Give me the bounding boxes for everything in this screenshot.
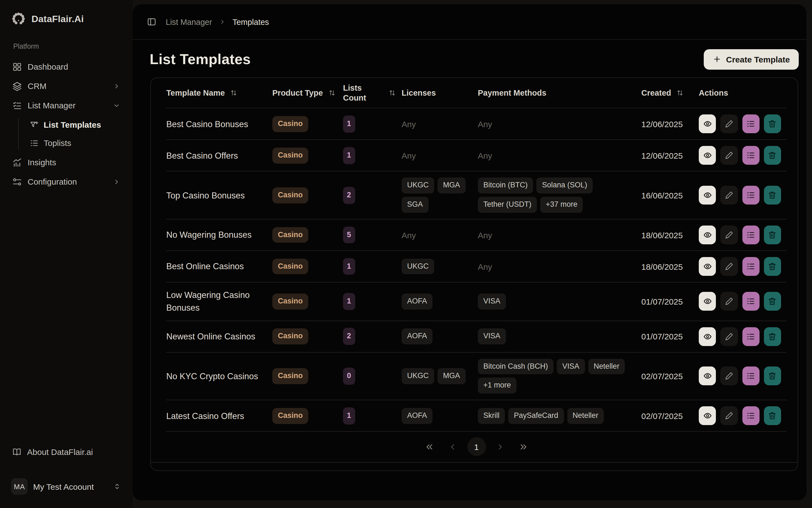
delete-button[interactable] — [764, 367, 781, 386]
sidebar-item-insights[interactable]: Insights — [7, 153, 126, 172]
trash-icon — [768, 412, 777, 420]
logo[interactable]: DataFlair.Ai — [11, 12, 133, 27]
edit-button[interactable] — [721, 292, 738, 311]
trash-icon — [768, 230, 777, 239]
pencil-icon — [725, 262, 733, 271]
delete-button[interactable] — [764, 257, 781, 276]
cell-template-name: No KYC Crypto Casinos — [166, 352, 272, 400]
pagination-first-button[interactable] — [421, 438, 438, 456]
pagination-last-button[interactable] — [515, 438, 532, 456]
column-header-licenses: Licenses — [401, 78, 478, 108]
entries-button[interactable] — [742, 225, 760, 244]
cell-actions — [699, 400, 786, 432]
badge: +37 more — [540, 197, 583, 213]
delete-button[interactable] — [764, 327, 781, 346]
view-button[interactable] — [699, 367, 716, 386]
delete-button[interactable] — [764, 186, 781, 205]
lists-count-badge: 1 — [343, 116, 355, 133]
chevrons-up-down-icon — [113, 482, 122, 491]
view-button[interactable] — [699, 257, 716, 276]
column-header-created[interactable]: Created — [641, 78, 699, 108]
edit-button[interactable] — [721, 367, 738, 386]
delete-button[interactable] — [764, 292, 781, 311]
column-header-product-type[interactable]: Product Type — [272, 78, 343, 108]
sidebar-item-label: List Templates — [44, 120, 101, 129]
sort-icon — [230, 89, 238, 97]
edit-button[interactable] — [721, 115, 738, 133]
view-button[interactable] — [699, 115, 716, 133]
entries-button[interactable] — [742, 257, 760, 276]
pagination-next-button[interactable] — [491, 438, 509, 456]
pagination-prev-button[interactable] — [444, 438, 462, 456]
cell-created: 01/07/2025 — [641, 282, 699, 321]
account-switcher[interactable]: MA My Test Acoount — [7, 474, 126, 499]
cell-lists-count: 5 — [343, 219, 401, 251]
sidebar-toggle-button[interactable] — [144, 14, 159, 30]
edit-button[interactable] — [721, 327, 738, 346]
any-value: Any — [478, 119, 492, 129]
sidebar-item-crm[interactable]: CRM — [7, 76, 126, 96]
cell-licenses: AOFA — [401, 400, 478, 432]
badge: AOFA — [401, 408, 432, 424]
product-type-badge: Casino — [272, 328, 308, 344]
pagination-page-button[interactable]: 1 — [467, 437, 486, 456]
edit-button[interactable] — [721, 186, 738, 205]
cell-product-type: Casino — [272, 108, 343, 140]
list-icon — [746, 297, 755, 306]
sidebar-item-about[interactable]: About DataFlair.ai — [7, 442, 126, 462]
lists-count-badge: 2 — [343, 186, 355, 204]
entries-button[interactable] — [742, 115, 760, 133]
edit-button[interactable] — [721, 257, 738, 276]
delete-button[interactable] — [764, 146, 781, 165]
delete-button[interactable] — [764, 115, 781, 133]
eye-icon — [703, 262, 712, 271]
view-button[interactable] — [699, 407, 716, 425]
view-button[interactable] — [699, 327, 716, 346]
lists-count-badge: 5 — [343, 226, 355, 244]
breadcrumb-parent[interactable]: List Manager — [166, 17, 212, 26]
cell-created: 16/06/2025 — [641, 171, 699, 219]
view-button[interactable] — [699, 146, 716, 165]
sidebar-item-label: List Manager — [28, 100, 76, 110]
entries-button[interactable] — [742, 186, 760, 205]
delete-button[interactable] — [764, 407, 781, 425]
view-button[interactable] — [699, 225, 716, 244]
list-checks-icon — [12, 100, 22, 110]
column-header-lists-count[interactable]: Lists Count — [343, 78, 401, 108]
dashboard-icon — [12, 61, 22, 72]
entries-button[interactable] — [742, 327, 760, 346]
any-value: Any — [478, 151, 492, 160]
sidebar-item-dashboard[interactable]: Dashboard — [7, 57, 126, 76]
create-template-button[interactable]: Create Template — [704, 49, 799, 69]
trash-icon — [768, 297, 777, 306]
any-value: Any — [401, 119, 416, 129]
sidebar-item-configuration[interactable]: Configuration — [7, 172, 126, 191]
column-label: Licenses — [401, 88, 436, 98]
eye-icon — [703, 412, 712, 420]
cell-product-type: Casino — [272, 140, 343, 171]
eye-icon — [703, 297, 712, 306]
cell-payment-methods: VISA — [478, 282, 641, 321]
edit-button[interactable] — [721, 225, 738, 244]
view-button[interactable] — [699, 186, 716, 205]
entries-button[interactable] — [742, 146, 760, 165]
entries-button[interactable] — [742, 407, 760, 425]
sidebar-item-list-templates[interactable]: List Templates — [26, 116, 126, 134]
pencil-icon — [725, 191, 733, 200]
cell-lists-count: 2 — [343, 321, 401, 352]
cell-actions — [699, 140, 786, 171]
column-header-template-name[interactable]: Template Name — [166, 78, 272, 108]
entries-button[interactable] — [742, 292, 760, 311]
cell-actions — [699, 171, 786, 219]
entries-button[interactable] — [742, 367, 760, 386]
delete-button[interactable] — [764, 225, 781, 244]
about-label: About DataFlair.ai — [27, 447, 93, 457]
edit-button[interactable] — [721, 146, 738, 165]
sidebar-item-toplists[interactable]: Toplists — [26, 134, 126, 152]
list-icon — [746, 372, 755, 381]
view-button[interactable] — [699, 292, 716, 311]
edit-button[interactable] — [721, 407, 738, 425]
cell-product-type: Casino — [272, 219, 343, 251]
cell-lists-count: 1 — [343, 140, 401, 171]
sidebar-item-list-manager[interactable]: List Manager — [7, 96, 126, 115]
